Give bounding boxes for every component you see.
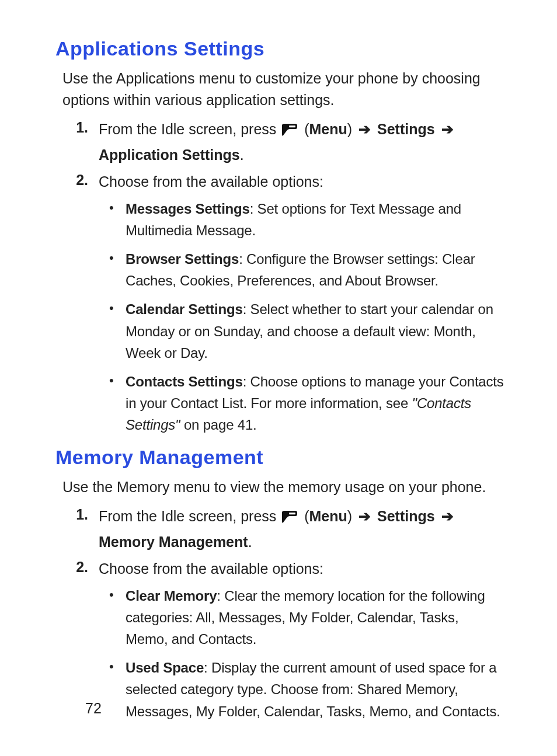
heading-memory-management: Memory Management	[55, 444, 504, 472]
step-text-prefix: From the Idle screen, press	[99, 508, 280, 524]
svg-rect-0	[289, 126, 295, 127]
list-item: • Clear Memory: Clear the memory locatio…	[55, 585, 504, 650]
bullet-desc-post: on page 41.	[180, 417, 256, 433]
nav-menu-label: Menu	[309, 508, 347, 524]
list-item: • Used Space: Display the current amount…	[55, 657, 504, 722]
step-number: 1.	[55, 504, 99, 553]
step-number: 2.	[55, 557, 99, 580]
bullet-name: Clear Memory	[126, 588, 217, 604]
bullet-icon: •	[109, 371, 126, 436]
intro-memory: Use the Memory menu to view the memory u…	[62, 476, 504, 499]
period: .	[248, 534, 252, 550]
step-text: Choose from the available options:	[99, 170, 504, 193]
step-1: 1. From the Idle screen, press (Menu) ➔ …	[55, 504, 504, 553]
arrow-icon: ➔	[358, 121, 371, 137]
page-number: 72	[85, 698, 102, 719]
step-2: 2. Choose from the available options:	[55, 557, 504, 580]
step-1: 1. From the Idle screen, press (Menu) ➔ …	[55, 117, 504, 166]
arrow-icon: ➔	[441, 121, 454, 137]
manual-page: Applications Settings Use the Applicatio…	[0, 0, 557, 756]
nav-open-paren: (	[304, 508, 309, 524]
svg-rect-1	[289, 513, 295, 514]
step-text: Choose from the available options:	[99, 557, 504, 580]
steps-memory: 1. From the Idle screen, press (Menu) ➔ …	[55, 504, 504, 580]
arrow-icon: ➔	[358, 508, 371, 524]
list-item: • Calendar Settings: Select whether to s…	[55, 298, 504, 364]
nav-application-settings: Application Settings	[99, 147, 240, 163]
step-number: 1.	[55, 117, 99, 166]
nav-close-paren: )	[347, 508, 352, 524]
bullet-icon: •	[109, 198, 126, 241]
steps-applications: 1. From the Idle screen, press (Menu) ➔ …	[55, 117, 504, 193]
bullet-icon: •	[109, 657, 126, 722]
arrow-icon: ➔	[441, 508, 454, 524]
list-item: • Contacts Settings: Choose options to m…	[55, 371, 504, 436]
period: .	[240, 147, 244, 163]
nav-close-paren: )	[347, 121, 352, 137]
bullets-applications: • Messages Settings: Set options for Tex…	[55, 198, 504, 436]
bullet-name: Browser Settings	[126, 251, 239, 267]
bullet-icon: •	[109, 298, 126, 364]
step-2: 2. Choose from the available options:	[55, 170, 504, 193]
bullet-name: Messages Settings	[126, 201, 250, 217]
nav-menu-label: Menu	[309, 121, 347, 137]
list-item: • Messages Settings: Set options for Tex…	[55, 198, 504, 241]
intro-applications: Use the Applications menu to customize y…	[62, 68, 504, 112]
bullet-icon: •	[109, 248, 126, 291]
bullets-memory: • Clear Memory: Clear the memory locatio…	[55, 585, 504, 722]
step-text-prefix: From the Idle screen, press	[99, 121, 280, 137]
bullet-name: Used Space	[126, 660, 204, 675]
bullet-icon: •	[109, 585, 126, 650]
nav-settings: Settings	[377, 121, 435, 137]
nav-open-paren: (	[304, 121, 309, 137]
heading-applications-settings: Applications Settings	[55, 35, 504, 63]
nav-memory-management: Memory Management	[99, 534, 248, 550]
bullet-name: Contacts Settings	[126, 374, 243, 389]
step-number: 2.	[55, 170, 99, 193]
bullet-name: Calendar Settings	[126, 301, 243, 317]
nav-settings: Settings	[377, 508, 435, 524]
softkey-icon	[281, 120, 298, 143]
list-item: • Browser Settings: Configure the Browse…	[55, 248, 504, 291]
softkey-icon	[281, 507, 298, 530]
